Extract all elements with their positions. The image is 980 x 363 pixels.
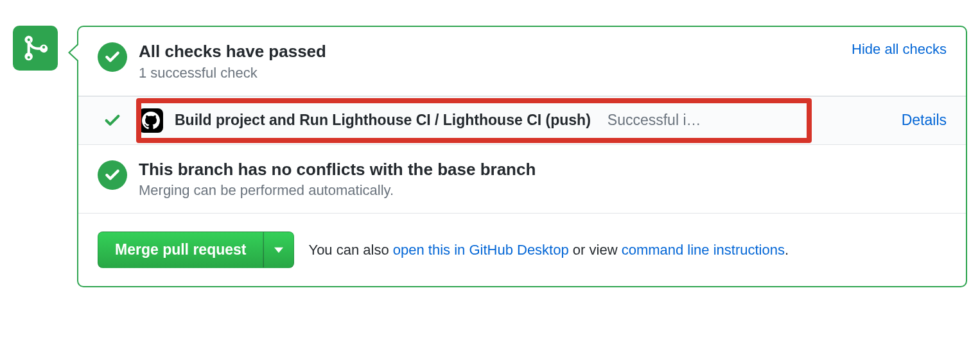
merge-button-group: Merge pull request xyxy=(98,232,294,268)
check-item-status-text: Successful i… xyxy=(608,112,877,129)
toggle-checks-link[interactable]: Hide all checks xyxy=(852,41,947,57)
timeline-merge-badge xyxy=(13,26,58,71)
merge-panel-container: All checks have passed 1 successful chec… xyxy=(13,26,967,287)
merge-text-suffix: . xyxy=(785,242,789,258)
conflicts-status-badge xyxy=(98,160,127,190)
conflicts-section: This branch has no conflicts with the ba… xyxy=(78,145,966,214)
checks-title: All checks have passed xyxy=(139,41,840,62)
conflicts-subtitle: Merging can be performed automatically. xyxy=(139,182,947,199)
github-actions-avatar xyxy=(139,108,163,133)
command-line-instructions-link[interactable]: command line instructions xyxy=(622,242,785,258)
check-details-link[interactable]: Details xyxy=(902,112,947,129)
check-item-name: Build project and Run Lighthouse CI / Li… xyxy=(175,112,591,129)
check-item-row: Build project and Run Lighthouse CI / Li… xyxy=(78,96,966,145)
merge-panel: All checks have passed 1 successful chec… xyxy=(77,26,967,287)
merge-pull-request-button[interactable]: Merge pull request xyxy=(98,232,263,268)
merge-options-dropdown-button[interactable] xyxy=(263,232,294,268)
check-icon xyxy=(103,112,121,130)
merge-text-prefix: You can also xyxy=(308,242,392,258)
merge-text-mid: or view xyxy=(569,242,622,258)
github-icon xyxy=(142,112,160,130)
caret-down-icon xyxy=(274,247,283,253)
checks-summary-section: All checks have passed 1 successful chec… xyxy=(78,27,966,96)
check-item-status xyxy=(98,112,127,130)
git-merge-icon xyxy=(21,34,49,62)
merge-help-text: You can also open this in GitHub Desktop… xyxy=(308,242,789,258)
merge-action-section: Merge pull request You can also open thi… xyxy=(78,214,966,286)
checks-subtitle: 1 successful check xyxy=(139,65,840,81)
checks-status-badge xyxy=(98,42,127,72)
check-icon xyxy=(104,49,121,65)
conflicts-title: This branch has no conflicts with the ba… xyxy=(139,159,947,180)
check-icon xyxy=(104,167,121,183)
open-github-desktop-link[interactable]: open this in GitHub Desktop xyxy=(393,242,569,258)
